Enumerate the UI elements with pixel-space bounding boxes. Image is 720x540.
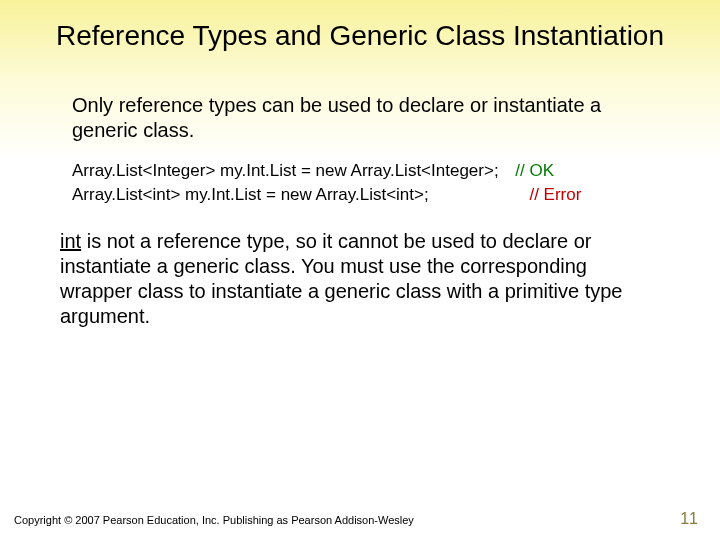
code-text-2: Array.List<int> my.Int.List = new Array.… xyxy=(72,185,429,204)
explanation-paragraph: int is not a reference type, so it canno… xyxy=(60,229,660,329)
intro-paragraph: Only reference types can be used to decl… xyxy=(72,93,648,143)
copyright-footer: Copyright © 2007 Pearson Education, Inc.… xyxy=(14,514,414,526)
page-number: 11 xyxy=(680,510,698,528)
explanation-text: is not a reference type, so it cannot be… xyxy=(60,230,622,327)
code-line-1: Array.List<Integer> my.Int.List = new Ar… xyxy=(72,161,648,181)
code-text-1: Array.List<Integer> my.Int.List = new Ar… xyxy=(72,161,499,180)
underlined-keyword: int xyxy=(60,230,81,252)
comment-ok: // OK xyxy=(515,161,554,180)
code-block: Array.List<Integer> my.Int.List = new Ar… xyxy=(72,161,648,205)
slide-title: Reference Types and Generic Class Instan… xyxy=(0,0,720,53)
code-line-2: Array.List<int> my.Int.List = new Array.… xyxy=(72,185,648,205)
comment-error: // Error xyxy=(529,185,581,204)
